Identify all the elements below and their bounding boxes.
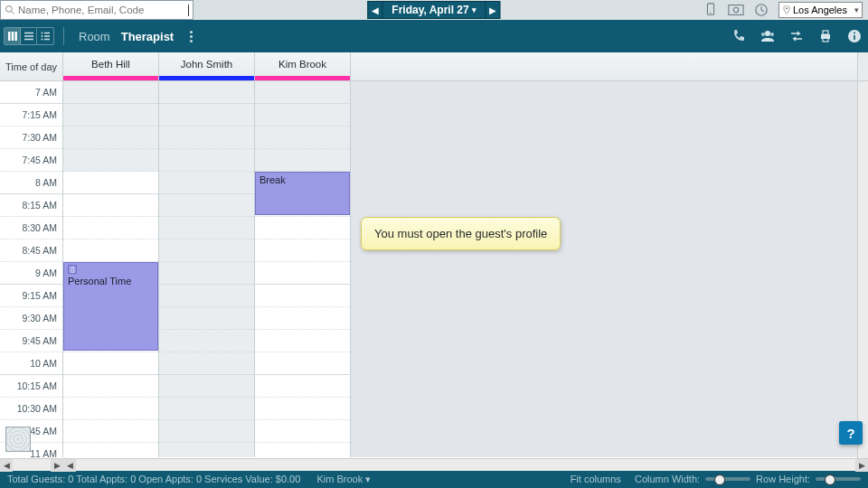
time-label: 9 AM [0, 262, 62, 285]
time-label: 10:30 AM [0, 398, 62, 420]
column-kim[interactable]: Break [255, 81, 351, 457]
view-list-icon[interactable] [21, 28, 37, 44]
vscroll-header-stub [857, 52, 868, 80]
event-tag-icon: ▯ [68, 265, 77, 274]
svg-point-30 [854, 33, 855, 34]
time-label: 7:45 AM [0, 149, 62, 172]
help-button[interactable]: ? [839, 421, 863, 445]
svg-point-3 [710, 13, 711, 14]
column-width-slider[interactable] [705, 477, 750, 481]
svg-point-5 [733, 7, 738, 12]
time-label: 8:45 AM [0, 239, 62, 262]
nav-right-actions [731, 28, 863, 44]
event-personal-time[interactable]: ▯ Personal Time [63, 262, 158, 351]
nav-bar: Room Therapist [0, 20, 868, 52]
fit-columns-button[interactable]: Fit columns [571, 474, 621, 484]
time-hscroll[interactable]: ◀ ▶ [0, 458, 63, 471]
column-beth[interactable]: ▯ Personal Time [63, 81, 159, 457]
hscroll-row: ◀ ▶ ◀ ▶ [0, 458, 868, 471]
column-header-john[interactable]: John Smith [159, 52, 255, 80]
grid-columns: ▯ Personal Time Break [63, 81, 351, 457]
svg-point-16 [42, 33, 43, 34]
location-select[interactable]: Los Angeles [778, 2, 863, 18]
time-label: 8:15 AM [0, 194, 62, 217]
svg-rect-12 [14, 32, 17, 41]
tooltip-text: You must open the guest's profile [374, 227, 547, 240]
search-icon [5, 5, 15, 15]
main-hscroll[interactable]: ◀ ▶ [63, 458, 868, 471]
next-day-button[interactable]: ▶ [486, 2, 500, 18]
svg-rect-29 [854, 35, 855, 40]
search-box[interactable] [0, 0, 193, 20]
svg-line-1 [12, 12, 14, 14]
svg-line-8 [761, 10, 764, 12]
top-bar: ◀ Friday, April 27 ▶ Los Angeles [0, 0, 868, 20]
time-label: 8 AM [0, 172, 62, 194]
current-date-label[interactable]: Friday, April 27 [382, 2, 485, 18]
status-bar: Total Guests: 0 Total Appts: 0 Open Appt… [0, 470, 868, 488]
time-label: 9:15 AM [0, 285, 62, 307]
scroll-right-icon[interactable]: ▶ [855, 459, 868, 472]
calendar-grid: Time of day Beth Hill John Smith Kim Bro… [0, 52, 868, 470]
column-header-beth[interactable]: Beth Hill [63, 52, 159, 80]
event-label: Personal Time [68, 276, 131, 286]
svg-point-22 [765, 31, 770, 36]
view-toggle[interactable] [4, 27, 54, 45]
time-label: 10 AM [0, 352, 62, 375]
time-label: 7:15 AM [0, 104, 62, 127]
svg-point-9 [786, 7, 788, 9]
clock-icon[interactable] [753, 2, 769, 18]
scroll-right-icon[interactable]: ▶ [51, 459, 63, 472]
svg-point-23 [761, 33, 765, 36]
tab-room[interactable]: Room [73, 26, 116, 47]
svg-rect-10 [8, 32, 11, 41]
date-picker[interactable]: ◀ Friday, April 27 ▶ [367, 1, 500, 19]
column-header-kim[interactable]: Kim Brook [255, 52, 351, 80]
time-label: 9:45 AM [0, 330, 62, 352]
column-width-label: Column Width: [635, 474, 700, 484]
svg-point-17 [42, 35, 43, 37]
tab-therapist[interactable]: Therapist [116, 26, 180, 47]
avatar-placeholder[interactable] [5, 427, 31, 452]
view-detail-icon[interactable] [37, 28, 53, 44]
swap-icon[interactable] [788, 28, 805, 44]
event-break[interactable]: Break [255, 172, 350, 215]
print-icon[interactable] [817, 28, 834, 44]
row-height-label: Row Height: [756, 474, 810, 484]
svg-rect-11 [11, 32, 14, 41]
group-icon[interactable] [760, 28, 776, 44]
grid-body[interactable]: 7 AM 7:15 AM 7:30 AM 7:45 AM 8 AM 8:15 A… [0, 81, 868, 457]
svg-rect-27 [823, 38, 828, 42]
device-icon[interactable] [703, 2, 719, 18]
time-label: 10:15 AM [0, 375, 62, 398]
hint-tooltip: You must open the guest's profile [361, 217, 561, 250]
location-pin-icon [782, 5, 791, 14]
svg-point-0 [6, 6, 13, 13]
time-column-header: Time of day [0, 52, 63, 80]
time-label: 9:30 AM [0, 307, 62, 330]
status-totals: Total Guests: 0 Total Appts: 0 Open Appt… [7, 474, 300, 484]
phone-icon[interactable] [731, 28, 747, 44]
more-menu-icon[interactable] [186, 27, 196, 46]
svg-point-24 [770, 33, 774, 36]
scroll-left-icon[interactable]: ◀ [0, 459, 13, 472]
location-label: Los Angeles [793, 5, 854, 15]
text-cursor [188, 5, 189, 16]
time-label: 7:30 AM [0, 127, 62, 149]
time-label: 7 AM [0, 81, 62, 104]
svg-rect-4 [729, 5, 743, 15]
separator [63, 27, 64, 45]
prev-day-button[interactable]: ◀ [368, 2, 382, 18]
status-active-therapist[interactable]: Kim Brook ▾ [316, 474, 371, 485]
cash-icon[interactable] [728, 2, 744, 18]
svg-point-18 [42, 39, 43, 41]
vertical-scrollbar[interactable] [857, 81, 868, 470]
view-columns-icon[interactable] [5, 28, 21, 44]
grid-header: Time of day Beth Hill John Smith Kim Bro… [0, 52, 868, 81]
info-icon[interactable] [846, 28, 863, 44]
svg-rect-26 [823, 31, 828, 34]
row-height-slider[interactable] [816, 477, 861, 481]
column-john[interactable] [159, 81, 255, 457]
search-input[interactable] [18, 5, 186, 15]
scroll-left-icon[interactable]: ◀ [63, 459, 76, 472]
